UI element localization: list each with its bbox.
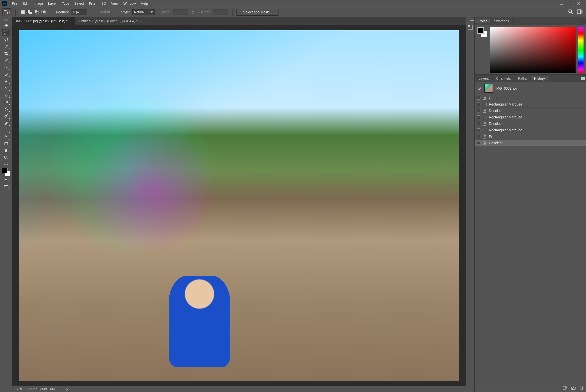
menu-item-layer[interactable]: Layer (46, 0, 59, 6)
history-source-toggle[interactable] (477, 109, 480, 112)
doc-size-info[interactable]: Doc: 18,6M/18,6M (28, 387, 55, 391)
tool-history-brush[interactable] (2, 85, 11, 91)
history-source-row[interactable]: IMG_6062.jpg (475, 82, 586, 94)
tool-type[interactable]: T (2, 126, 11, 133)
workspace-switcher-icon[interactable] (577, 10, 583, 15)
edit-toolbar-button[interactable]: ••• (2, 161, 11, 166)
close-tab-icon[interactable]: × (70, 19, 72, 23)
quick-mask-button[interactable] (2, 176, 11, 183)
tool-move[interactable] (2, 22, 11, 29)
search-icon[interactable] (568, 9, 573, 15)
toolbox-collapse-handle[interactable] (4, 19, 8, 21)
tool-pen[interactable] (2, 120, 11, 126)
feather-input[interactable] (72, 9, 87, 15)
history-state-row[interactable]: Rectangular Marquee (475, 127, 586, 133)
menu-item-view[interactable]: View (109, 0, 121, 6)
style-select[interactable]: Normal (132, 9, 155, 15)
tool-eyedropper[interactable] (2, 57, 11, 64)
document-tab[interactable]: Untitled-1 @ 50% (Layer 1, RGB/8#) *× (75, 17, 145, 25)
app-logo: Ps (1, 1, 8, 6)
history-state-row[interactable]: Deselect (475, 140, 586, 146)
current-tool-preset[interactable] (3, 8, 12, 16)
history-source-toggle[interactable] (477, 96, 480, 100)
tool-spot-heal[interactable] (2, 64, 11, 70)
menu-item-window[interactable]: Window (121, 0, 138, 6)
tool-blur[interactable] (2, 106, 11, 112)
tool-crop[interactable] (2, 50, 11, 56)
document-image (19, 30, 459, 381)
window-minimize-icon[interactable] (560, 2, 564, 5)
create-document-from-state-icon[interactable] (563, 386, 567, 391)
window-close-icon[interactable] (577, 2, 580, 5)
foreground-background-swatches[interactable] (2, 168, 11, 176)
history-source-toggle[interactable] (477, 116, 480, 119)
subtract-from-selection-icon[interactable] (35, 10, 39, 14)
collapsed-panel-icon[interactable] (467, 24, 474, 31)
menu-item-3d[interactable]: 3D (99, 0, 109, 6)
new-selection-icon[interactable] (21, 10, 25, 14)
svg-marker-21 (582, 11, 583, 12)
delete-state-icon[interactable] (579, 386, 583, 391)
document-tab[interactable]: IMG_6062.jpg @ 50% (RGB/8*) *× (13, 17, 75, 25)
screen-mode-button[interactable] (2, 183, 11, 190)
hue-slider[interactable] (578, 27, 583, 73)
select-and-mask-button[interactable]: Select and Mask... (237, 9, 278, 16)
tool-clone-stamp[interactable] (2, 78, 11, 84)
tool-rectangular-marquee[interactable] (2, 29, 11, 36)
tab-history[interactable]: History (531, 76, 549, 80)
history-state-row[interactable]: Deselect (475, 120, 586, 127)
history-state-row[interactable]: Rectangular Marquee (475, 101, 586, 108)
history-state-row[interactable]: Deselect (475, 108, 586, 114)
tab-swatches[interactable]: Swatches (490, 19, 513, 23)
menu-item-image[interactable]: Image (31, 0, 46, 6)
add-to-selection-icon[interactable] (28, 10, 32, 14)
history-panel-tabs: LayersChannelsPathsHistory (475, 75, 586, 82)
svg-rect-66 (483, 141, 486, 145)
history-state-row[interactable]: Open (475, 94, 586, 101)
panel-menu-icon[interactable] (580, 18, 586, 25)
menu-item-select[interactable]: Select (72, 0, 87, 6)
tab-channels[interactable]: Channels (493, 76, 514, 80)
svg-rect-8 (21, 10, 25, 14)
menu-item-filter[interactable]: Filter (87, 0, 99, 6)
close-tab-icon[interactable]: × (140, 19, 142, 23)
history-source-toggle[interactable] (477, 141, 480, 145)
panel-menu-icon[interactable] (580, 75, 586, 82)
history-state-row[interactable]: Fill (475, 133, 586, 140)
status-menu-icon[interactable]: ❯ (66, 387, 68, 391)
tool-dodge[interactable] (2, 113, 11, 119)
color-field[interactable] (490, 27, 575, 73)
canvas-viewport[interactable] (13, 25, 466, 386)
tab-paths[interactable]: Paths (514, 76, 531, 80)
history-source-toggle[interactable] (477, 122, 480, 125)
tab-color[interactable]: Color (475, 19, 490, 23)
history-panel-footer (475, 385, 586, 392)
menu-item-type[interactable]: Type (59, 0, 72, 6)
menu-item-help[interactable]: Help (138, 0, 151, 6)
color-panel-swatches[interactable] (477, 27, 487, 37)
canvas[interactable] (19, 30, 459, 381)
tool-brush[interactable] (2, 71, 11, 78)
history-source-toggle[interactable] (477, 128, 480, 132)
menu-item-edit[interactable]: Edit (20, 0, 31, 6)
tool-hand[interactable] (2, 148, 11, 154)
svg-rect-51 (483, 102, 486, 106)
dock-expand-handle[interactable]: ◀▶ (470, 19, 474, 21)
window-maximize-icon[interactable] (568, 2, 572, 5)
new-snapshot-icon[interactable] (571, 386, 575, 390)
menu-item-file[interactable]: File (10, 0, 20, 6)
tool-magic-wand[interactable] (2, 43, 11, 50)
intersect-selection-icon[interactable] (42, 10, 46, 14)
history-source-toggle[interactable] (477, 102, 480, 106)
tool-gradient[interactable] (2, 99, 11, 105)
history-state-row[interactable]: Rectangular Marquee (475, 114, 586, 120)
history-source-toggle[interactable] (477, 135, 480, 138)
tool-path-selection[interactable] (2, 134, 11, 140)
tool-zoom[interactable] (2, 154, 11, 161)
tab-layers[interactable]: Layers (475, 76, 493, 80)
tool-lasso[interactable] (2, 36, 11, 43)
zoom-level[interactable]: 50% (16, 387, 22, 391)
history-state-label: Deselect (489, 141, 502, 145)
tool-rectangle[interactable] (2, 140, 11, 147)
tool-eraser[interactable] (2, 92, 11, 98)
